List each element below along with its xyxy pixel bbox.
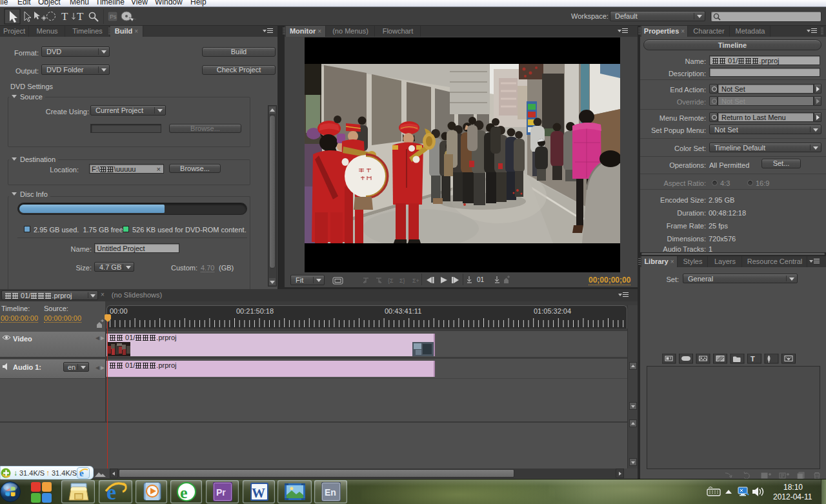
svg-text:e: e — [180, 483, 188, 502]
svg-text:Ps: Ps — [110, 14, 117, 20]
svg-text:{Σ: {Σ — [388, 277, 394, 284]
svg-text:En: En — [325, 487, 336, 498]
svg-text:01: 01 — [477, 276, 485, 283]
svg-text:T: T — [61, 10, 68, 23]
svg-text:Σ+: Σ+ — [412, 277, 419, 284]
svg-text:Σ}: Σ} — [399, 277, 405, 284]
svg-text:W: W — [252, 485, 265, 501]
svg-text:Pr: Pr — [216, 487, 226, 498]
svg-text:T: T — [77, 10, 84, 23]
svg-text:T: T — [750, 355, 755, 363]
